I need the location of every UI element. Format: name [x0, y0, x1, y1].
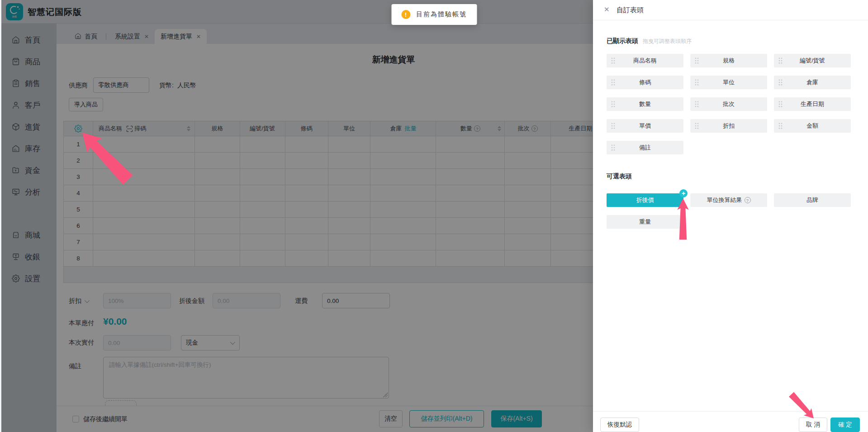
chip-label: 單位 [723, 78, 735, 86]
chip-label: 倉庫 [806, 78, 818, 86]
window-edge [0, 0, 1, 432]
optional-headers-title: 可選表頭 [607, 173, 632, 181]
drag-handle-icon[interactable] [778, 101, 783, 108]
drag-handle-icon[interactable] [695, 57, 699, 64]
shown-headers-hint: 拖曳可調整表頭順序 [643, 38, 692, 45]
shown-chip[interactable]: 倉庫 [774, 76, 851, 89]
toast-text: 目前為體驗帳號 [416, 10, 467, 19]
drag-handle-icon[interactable] [778, 122, 783, 130]
shown-chip[interactable]: 商品名稱 [607, 54, 683, 67]
divider [593, 20, 868, 20]
drag-handle-icon[interactable] [695, 122, 699, 130]
shown-chip[interactable]: 批次 [690, 97, 767, 111]
shown-headers-section: 已顯示表頭 拖曳可調整表頭順序 [607, 37, 692, 45]
warning-icon [401, 10, 410, 19]
chip-label: 重量 [639, 218, 651, 226]
chip-label: 折扣 [723, 122, 735, 130]
customize-header-drawer: 自訂表頭 已顯示表頭 拖曳可調整表頭順序 商品名稱規格編號/貨號條碼單位倉庫數量… [593, 0, 868, 432]
add-column-icon[interactable] [679, 189, 688, 197]
restore-default-button[interactable]: 恢復默認 [600, 418, 639, 432]
chip-label: 條碼 [639, 78, 651, 86]
optional-chip[interactable]: 單位換算結果 [690, 193, 767, 207]
drawer-title: 自訂表頭 [617, 6, 644, 14]
chip-label: 單價 [639, 122, 651, 130]
chip-label: 數量 [639, 100, 651, 108]
chip-label: 規格 [723, 57, 735, 65]
chip-label: 生產日期 [801, 100, 824, 108]
shown-chip[interactable]: 金額 [774, 119, 851, 133]
shown-headers-grid: 商品名稱規格編號/貨號條碼單位倉庫數量批次生產日期單價折扣金額備註 [607, 54, 851, 154]
chip-label: 商品名稱 [633, 57, 657, 65]
chip-label: 金額 [806, 122, 818, 130]
drag-handle-icon[interactable] [695, 79, 699, 86]
shown-chip[interactable]: 折扣 [690, 119, 767, 133]
drag-handle-icon[interactable] [611, 101, 615, 108]
cancel-button[interactable]: 取 消 [799, 418, 827, 432]
shown-chip[interactable]: 生產日期 [774, 97, 851, 111]
shown-chip[interactable]: 單價 [607, 119, 683, 133]
shown-chip[interactable]: 數量 [607, 97, 683, 111]
chip-label: 編號/貨號 [800, 57, 825, 65]
chip-label: 批次 [723, 100, 735, 108]
drag-handle-icon[interactable] [611, 79, 615, 86]
drag-handle-icon[interactable] [695, 101, 699, 108]
shown-chip[interactable]: 編號/貨號 [774, 54, 851, 67]
drag-handle-icon[interactable] [778, 57, 783, 64]
chip-label: 品牌 [806, 196, 818, 204]
optional-chip[interactable]: 折後價 [607, 193, 683, 207]
shown-chip[interactable]: 單位 [690, 76, 767, 89]
divider [593, 411, 868, 412]
shown-chip[interactable]: 規格 [690, 54, 767, 67]
chip-label: 備註 [639, 144, 651, 152]
optional-chip[interactable]: 品牌 [774, 193, 851, 207]
drag-handle-icon[interactable] [611, 122, 615, 130]
shown-headers-title: 已顯示表頭 [607, 37, 638, 45]
drag-handle-icon[interactable] [778, 79, 783, 86]
toast-notification: 目前為體驗帳號 [391, 4, 477, 25]
confirm-button[interactable]: 確 定 [830, 418, 860, 432]
drag-handle-icon[interactable] [611, 144, 615, 151]
app-root: intl 智慧记国际版 首頁商品銷售客戶進貨庫存¥資金分析商城¥收銀設置 首頁系… [0, 0, 868, 432]
chip-label: 折後價 [636, 196, 654, 204]
optional-chip[interactable]: 重量 [607, 215, 683, 229]
shown-chip[interactable]: 條碼 [607, 76, 683, 89]
help-icon[interactable] [745, 197, 751, 203]
optional-headers-grid: 折後價單位換算結果品牌重量 [607, 193, 851, 229]
close-icon[interactable] [604, 6, 610, 13]
drag-handle-icon[interactable] [611, 57, 615, 64]
chip-label: 單位換算結果 [707, 196, 742, 204]
shown-chip[interactable]: 備註 [607, 141, 683, 154]
